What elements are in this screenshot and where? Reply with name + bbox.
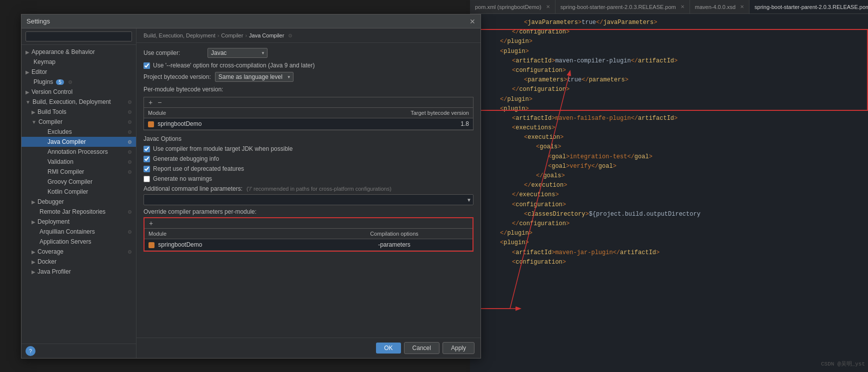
use-compiler-row: Use compiler: Javac Eclipse Ajc: [144, 48, 474, 58]
sidebar-item-coverage[interactable]: ▶ Coverage ⚙: [22, 247, 136, 257]
plugins-badge: 5: [56, 79, 64, 85]
settings-icon: ⚙: [128, 109, 132, 115]
sidebar-item-arquillian[interactable]: Arquillian Containers ⚙: [22, 227, 136, 237]
tab-close-icon[interactable]: ✕: [546, 4, 550, 9]
sidebar-item-label: Debugger: [38, 198, 64, 205]
arrow-icon: ▼: [32, 119, 36, 125]
sidebar-item-debugger[interactable]: ▶ Debugger: [22, 197, 136, 207]
content-area: Use compiler: Javac Eclipse Ajc: [136, 43, 480, 338]
javac-opt3-checkbox[interactable]: [144, 166, 150, 172]
tab-close-icon[interactable]: ✕: [740, 4, 744, 9]
sidebar-item-label: Version Control: [32, 88, 72, 95]
sidebar-item-docker[interactable]: ▶ Docker: [22, 257, 136, 267]
sidebar-item-remote-jar[interactable]: Remote Jar Repositories ⚙: [22, 207, 136, 217]
use-compiler-label: Use compiler:: [144, 49, 204, 56]
add-module-button[interactable]: +: [147, 99, 154, 106]
help-button[interactable]: ?: [26, 346, 36, 356]
main-content: Build, Execution, Deployment › Compiler …: [136, 28, 480, 358]
bytecode-select[interactable]: Same as language level 1.6 1.7 1.8 11: [215, 72, 294, 82]
search-input[interactable]: [26, 31, 132, 41]
sidebar-item-compiler[interactable]: ▼ Compiler ⚙: [22, 117, 136, 127]
sidebar-item-build-exec[interactable]: ▼ Build, Execution, Deployment ⚙: [22, 97, 136, 107]
ok-button[interactable]: OK: [376, 343, 400, 354]
module-icon: [148, 242, 154, 248]
search-box: [22, 28, 136, 45]
code-line: </plugin>: [476, 229, 862, 238]
code-line: <javaParameters>true</javaParameters>: [476, 18, 862, 27]
add-override-button[interactable]: +: [148, 220, 154, 227]
override-table: Module Compilation options springbootDem…: [144, 229, 472, 251]
javac-option-3: Report use of deprecated features: [144, 165, 474, 172]
table-row[interactable]: springbootDemo 1.8: [144, 118, 473, 130]
code-line: <goal>integration-test</goal>: [476, 152, 862, 162]
sidebar-item-version-control[interactable]: ▶ Version Control: [22, 87, 136, 97]
cross-compilation-checkbox[interactable]: [144, 62, 150, 69]
dialog-title: Settings: [26, 17, 50, 25]
module-col-header: Module: [144, 108, 302, 118]
sidebar-item-app-servers[interactable]: Application Servers: [22, 237, 136, 247]
tab-spring-boot-parent1[interactable]: spring-boot-starter-parent-2.0.3.RELEASE…: [556, 0, 690, 13]
sidebar-item-build-tools[interactable]: ▶ Build Tools ⚙: [22, 107, 136, 117]
breadcrumb-part2: Compiler: [221, 32, 243, 38]
close-button[interactable]: ✕: [470, 18, 476, 25]
sidebar-item-kotlin-compiler[interactable]: Kotlin Compiler: [22, 187, 136, 197]
compiler-select[interactable]: Javac Eclipse Ajc: [208, 48, 268, 58]
code-line: <plugin>: [476, 47, 862, 56]
sidebar-item-label: Java Compiler: [48, 138, 86, 145]
params-expand-icon[interactable]: ▼: [466, 197, 472, 203]
sidebar-item-label: Kotlin Compiler: [48, 188, 88, 195]
sidebar-item-annotation-processors[interactable]: Annotation Processors ⚙: [22, 147, 136, 157]
javac-opt1-label: Use compiler from module target JDK when…: [153, 145, 292, 152]
sidebar-item-validation[interactable]: Validation ⚙: [22, 157, 136, 167]
tab-label: spring-boot-starter-parent-2.0.3.RELEASE…: [754, 4, 868, 10]
sidebar-item-label: Compiler: [38, 118, 62, 125]
javac-option-4: Generate no warnings: [144, 175, 474, 182]
sidebar-item-appearance[interactable]: ▶ Appearance & Behavior: [22, 47, 136, 57]
sidebar-item-plugins[interactable]: Plugins 5 ⚙: [22, 77, 136, 87]
tab-maven-xsd[interactable]: maven-4.0.0.xsd ✕: [690, 0, 750, 13]
code-line: <artifactId>maven-failsafe-plugin</artif…: [476, 114, 862, 123]
settings-icon: ⚙: [128, 249, 132, 255]
override-options-cell: -parameters: [316, 239, 472, 251]
additional-params-input[interactable]: [144, 194, 474, 205]
code-line: <artifactId>maven-compiler-plugin</artif…: [476, 56, 862, 66]
sidebar: ▶ Appearance & Behavior Keymap ▶ Editor: [22, 28, 136, 358]
javac-opt2-checkbox[interactable]: [144, 156, 150, 162]
arrow-icon: ▼: [26, 99, 30, 105]
tab-label: pom.xml (springbootDemo): [475, 4, 542, 10]
remove-module-button[interactable]: −: [156, 99, 163, 106]
sidebar-item-java-profiler[interactable]: ▶ Java Profiler: [22, 267, 136, 277]
sidebar-item-label: Annotation Processors: [48, 148, 108, 155]
sidebar-item-editor[interactable]: ▶ Editor: [22, 67, 136, 77]
tab-spring-boot-parent2[interactable]: spring-boot-starter-parent-2.0.3.RELEASE…: [750, 0, 868, 13]
sidebar-item-groovy-compiler[interactable]: Groovy Compiler: [22, 177, 136, 187]
dialog-overlay: Settings ✕ ▶ Appearance & Behavior: [0, 0, 470, 372]
sidebar-item-label: Validation: [48, 158, 74, 165]
sidebar-item-deployment[interactable]: ▶ Deployment: [22, 217, 136, 227]
arrow-icon: ▶: [32, 249, 36, 255]
sidebar-item-java-compiler[interactable]: Java Compiler ⚙: [22, 137, 136, 147]
code-line: <goal>verify</goal>: [476, 162, 862, 171]
sidebar-item-rmi-compiler[interactable]: RMI Compiler ⚙: [22, 167, 136, 177]
sidebar-item-label: Excludes: [48, 128, 72, 135]
sidebar-item-label: Docker: [38, 258, 56, 265]
table-row[interactable]: springbootDemo -parameters: [144, 239, 472, 251]
sidebar-item-excludes[interactable]: Excludes ⚙: [22, 127, 136, 137]
tab-close-icon[interactable]: ✕: [680, 4, 684, 9]
arrow-icon: ▶: [32, 269, 36, 275]
code-content: <javaParameters>true</javaParameters> </…: [470, 14, 868, 372]
javac-opt1-checkbox[interactable]: [144, 146, 150, 152]
javac-opt4-checkbox[interactable]: [144, 176, 150, 182]
breadcrumb-sep2: ›: [245, 32, 247, 38]
cancel-button[interactable]: Cancel: [404, 342, 440, 354]
apply-button[interactable]: Apply: [442, 342, 474, 354]
sidebar-item-label: Groovy Compiler: [48, 178, 92, 185]
compiler-select-wrapper: Javac Eclipse Ajc: [208, 48, 268, 58]
per-module-toolbar: + −: [144, 97, 473, 108]
breadcrumb-gear-icon: ⚙: [288, 33, 292, 38]
sidebar-item-keymap[interactable]: Keymap: [22, 57, 136, 67]
code-line: </configuration>: [476, 27, 862, 37]
code-line: <executions>: [476, 123, 862, 133]
tab-pom-springboot[interactable]: pom.xml (springbootDemo) ✕: [470, 0, 556, 13]
tab-label: maven-4.0.0.xsd: [695, 4, 736, 10]
